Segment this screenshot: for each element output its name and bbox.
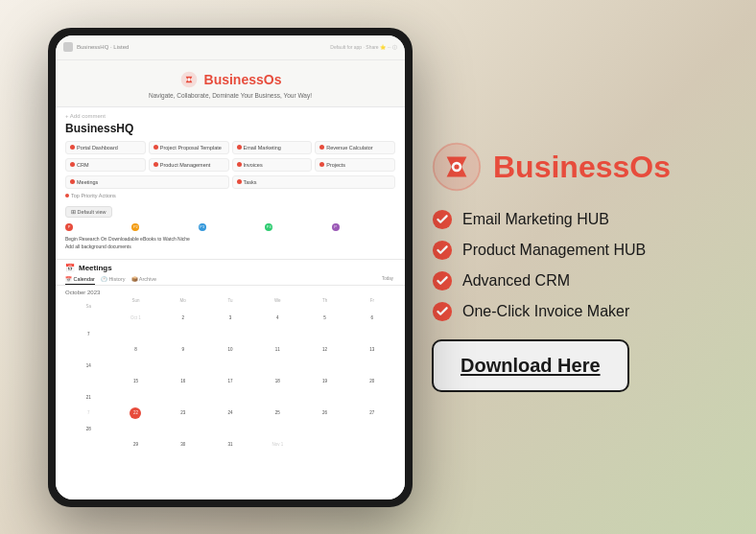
avatar-3: P3 [199,223,206,231]
grid-section-1: Portal Dashboard Project Proposal Templa… [65,141,395,154]
dot-red [70,162,75,167]
dot-red [237,179,242,184]
topbar-right: Default for app · Share ⭐ ··· ⓘ [330,44,397,50]
grid-label: Product Management [160,162,211,168]
tab-calendar-label: 📅 Calendar [65,276,95,282]
svg-point-1 [187,78,190,81]
cal-week-5: 29 30 31 Nov 1 [65,437,395,469]
grid-label: Meetings [77,179,98,185]
cal-cell: 26 [301,406,347,421]
cal-cell: 12 [301,342,347,358]
brand-logo-icon [432,142,482,192]
svg-point-5 [454,164,459,169]
feature-label-2: Product Management HUB [462,242,646,259]
tab-history[interactable]: 🕐 History [101,276,126,285]
grid-item-tasks[interactable]: Tasks [232,175,396,189]
calendar-area: October 2023 Sun Mo Tu We Th Fr Sa [56,288,405,471]
tab-archive[interactable]: 📦 Archive [131,276,157,285]
grid-label: Invoices [244,162,263,168]
check-icon-2 [432,240,453,261]
cal-cell: Oct 1 [112,311,158,326]
app-header-logo: BusinessOs [56,70,405,89]
meetings-icon: 📅 [65,264,75,272]
cal-cell: 4 [254,311,300,326]
check-icon-3 [432,270,453,291]
download-button[interactable]: Download Here [432,339,629,392]
cal-cell: 29 [112,437,158,453]
grid-item-proposal[interactable]: Project Proposal Template [149,141,229,154]
cal-cell: 31 [207,437,253,453]
priority-label: Top Priority Actions [65,193,395,198]
cal-cell: 16 [160,374,206,389]
kanban-col-2: P2 [131,223,195,233]
tab-history-label: 🕐 History [101,276,126,282]
cal-cell: 10 [207,342,253,358]
kanban-col-4: P4 [265,223,328,233]
avatar-1: P [65,223,73,231]
cal-cell: 14 [65,359,111,374]
topbar-workspace: BusinessHQ · Listed [77,44,129,50]
feature-item-2: Product Management HUB [432,240,708,261]
grid-item-crm[interactable]: CRM [65,158,146,172]
day-sun: Sun [112,298,158,303]
default-view-btn[interactable]: ⊞ Default view [65,206,112,218]
cal-cell: 21 [65,390,111,406]
grid-item-revenue[interactable]: Revenue Calculator [315,141,395,154]
grid-item-email[interactable]: Email Marketing [232,141,313,154]
dot-red [237,145,242,150]
kanban-header-5: P [332,223,395,231]
brand-name-part1: Business [493,150,629,184]
avatar-4: P4 [265,223,272,231]
grid-label: Project Proposal Template [160,145,222,151]
cal-cell: 24 [207,406,253,421]
cal-cell: 7 [65,406,111,421]
cal-cell: 18 [254,374,300,389]
cal-week-4: 7 22 23 24 25 26 27 28 [65,406,395,437]
meetings-section: 📅 Meetings 📅 Calendar 🕐 History 📦 Archiv… [56,259,405,471]
kanban-header-1: P [65,223,129,231]
brand-logo: BusinessOs [432,142,708,192]
notion-topbar: BusinessHQ · Listed Default for app · Sh… [56,35,405,60]
dot-red [70,179,75,184]
tab-calendar[interactable]: 📅 Calendar [65,276,95,285]
feature-label-4: One-Click Invoice Maker [462,303,629,320]
tablet-mockup: BusinessHQ · Listed Default for app · Sh… [48,28,413,507]
dashboard: + Add comment BusinessHQ Portal Dashboar… [56,107,405,257]
avatar-2: P2 [131,223,139,231]
main-content: + Add comment BusinessHQ Portal Dashboar… [56,107,405,499]
kanban-header-2: P2 [131,223,195,231]
cal-cell [349,437,395,453]
grid-item-projects[interactable]: Projects [315,158,395,172]
cal-cell [65,437,111,453]
day-fr: Fr [349,298,395,303]
topbar-icon [63,42,73,52]
add-comment[interactable]: + Add comment [65,113,395,119]
priority-section: Top Priority Actions ⊞ Default view [65,193,395,221]
header-logo-icon [179,70,199,89]
meetings-title: Meetings [79,264,112,272]
cal-cell: 19 [301,374,347,389]
calendar-days-header: Sun Mo Tu We Th Fr Sa [65,298,395,309]
grid-item-invoices[interactable]: Invoices [232,158,313,172]
day-mo: Mo [160,298,206,303]
priority-dot [65,194,69,197]
kanban-col-5: P [332,223,395,233]
cal-cell: 30 [160,437,206,453]
grid-item-product[interactable]: Product Management [149,158,229,172]
cal-cell-today: 22 [112,406,158,421]
dot-red [237,162,242,167]
cal-cell: 8 [112,342,158,358]
app-header-title: BusinessOs [204,72,282,87]
grid-label: Portal Dashboard [77,145,118,151]
feature-item-1: Email Marketing HUB [432,209,708,230]
day-tu: Tu [207,298,253,303]
dot-red [319,162,324,167]
cal-cell: Nov 1 [254,437,300,453]
cal-cell: 27 [349,406,395,421]
grid-item-portal[interactable]: Portal Dashboard [65,141,146,154]
cal-cell [65,453,111,469]
grid-item-meetings[interactable]: Meetings [65,175,229,189]
check-icon-4 [432,301,453,322]
cal-cell: 9 [160,342,206,358]
tab-archive-label: 📦 Archive [131,276,157,282]
